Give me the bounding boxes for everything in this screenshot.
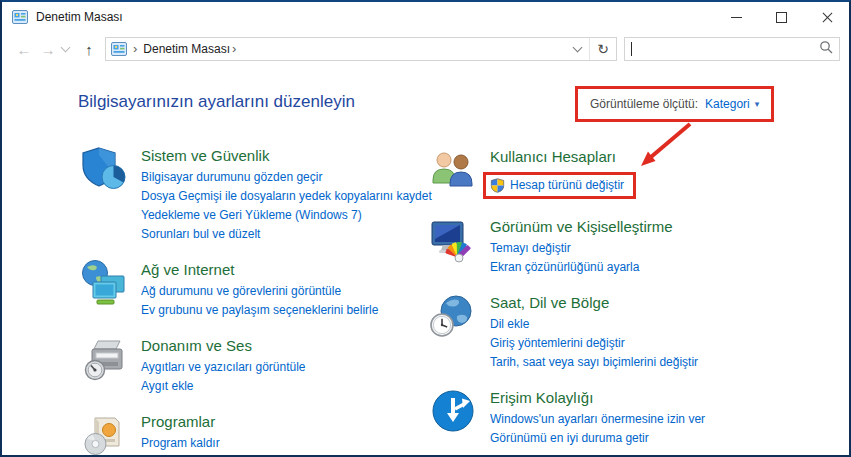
category-ease-of-access: Erişim Kolaylığı Windows'un ayarları öne… bbox=[429, 387, 809, 450]
category-clock-language-region: Saat, Dil ve Bölge Dil ekle Giriş yöntem… bbox=[429, 292, 809, 374]
control-panel-home: Bilgisayarınızın ayarlarını düzenleyin G… bbox=[2, 68, 849, 455]
printer-gauge-icon[interactable] bbox=[80, 335, 128, 383]
view-by-dropdown[interactable]: Kategori ▾ bbox=[705, 97, 759, 111]
category-title-ease-of-access[interactable]: Erişim Kolaylığı bbox=[490, 388, 809, 407]
chevron-down-icon bbox=[572, 43, 582, 53]
annotation-box-view-by: Görüntüleme ölçütü: Kategori ▾ bbox=[575, 86, 774, 122]
category-title-user-accounts[interactable]: Kullanıcı Hesapları bbox=[490, 147, 809, 166]
accessibility-icon[interactable] bbox=[429, 387, 477, 435]
window-controls bbox=[714, 2, 849, 32]
monitor-colors-icon[interactable] bbox=[429, 216, 477, 264]
category-title-network-internet[interactable]: Ağ ve Internet bbox=[141, 260, 443, 279]
category-title-system-security[interactable]: Sistem ve Güvenlik bbox=[141, 146, 443, 165]
software-box-icon[interactable] bbox=[80, 411, 128, 457]
link-let-windows-suggest-settings[interactable]: Windows'un ayarları önermesine izin ver bbox=[490, 412, 809, 427]
globe-monitors-icon[interactable] bbox=[80, 259, 128, 307]
link-optimize-visual-display[interactable]: Görünümü en iyi duruma getir bbox=[490, 431, 809, 446]
view-by-value: Kategori bbox=[705, 97, 750, 111]
breadcrumb-chevron-icon[interactable]: › bbox=[133, 41, 137, 56]
category-title-hardware-sound[interactable]: Donanım ve Ses bbox=[141, 336, 443, 355]
breadcrumb-control-panel-icon bbox=[111, 41, 127, 57]
category-title-programs[interactable]: Programlar bbox=[141, 412, 443, 431]
dropdown-triangle-icon: ▾ bbox=[755, 99, 760, 109]
link-homegroup-sharing[interactable]: Ev grubunu ve paylaşım seçeneklerini bel… bbox=[141, 303, 443, 318]
control-panel-app-icon bbox=[12, 9, 28, 25]
address-dropdown-button[interactable] bbox=[565, 38, 589, 60]
up-icon[interactable]: ↑ bbox=[77, 41, 101, 58]
category-system-security: Sistem ve Güvenlik Bilgisayar durumunu g… bbox=[80, 145, 446, 246]
control-panel-window: Denetim Masası ← → ↑ › Den bbox=[0, 0, 851, 457]
link-troubleshoot[interactable]: Sorunları bul ve düzelt bbox=[141, 227, 443, 242]
address-bar[interactable]: › Denetim Masası › ↻ bbox=[105, 37, 617, 61]
link-file-history-backup[interactable]: Dosya Geçmişi ile dosyaların yedek kopya… bbox=[141, 189, 443, 204]
refresh-button[interactable]: ↻ bbox=[589, 38, 616, 60]
category-user-accounts: Kullanıcı Hesapları bbox=[429, 146, 809, 203]
link-adjust-screen-resolution[interactable]: Ekran çözünürlüğünü ayarla bbox=[490, 260, 809, 275]
category-appearance-personalization: Görünüm ve Kişiselleştirme Temayı değişt… bbox=[429, 216, 809, 279]
back-icon[interactable]: ← bbox=[12, 41, 36, 58]
navigation-bar: ← → ↑ › Denetim Masası › ↻ bbox=[2, 32, 849, 66]
page-title: Bilgisayarınızın ayarlarını düzenleyin bbox=[78, 92, 355, 112]
category-title-clock-language-region[interactable]: Saat, Dil ve Bölge bbox=[490, 293, 809, 312]
category-title-appearance-personalization[interactable]: Görünüm ve Kişiselleştirme bbox=[490, 217, 809, 236]
shield-pie-icon[interactable] bbox=[80, 145, 128, 193]
link-uninstall-program[interactable]: Program kaldır bbox=[141, 436, 443, 451]
minimize-button[interactable] bbox=[714, 2, 759, 32]
link-add-language[interactable]: Dil ekle bbox=[490, 317, 809, 332]
category-programs: Programlar Program kaldır bbox=[80, 411, 446, 457]
address-bar-controls: ↻ bbox=[565, 38, 616, 60]
uac-shield-icon bbox=[490, 178, 505, 193]
link-change-theme[interactable]: Temayı değiştir bbox=[490, 241, 809, 256]
link-add-device[interactable]: Aygıt ekle bbox=[141, 379, 443, 394]
forward-icon[interactable]: → bbox=[36, 41, 60, 58]
category-column-right: Kullanıcı Hesapları bbox=[429, 146, 809, 457]
category-hardware-sound: Donanım ve Ses Aygıtları ve yazıcıları g… bbox=[80, 335, 446, 398]
link-review-computer-status[interactable]: Bilgisayar durumunu gözden geçir bbox=[141, 170, 443, 185]
view-by-label: Görüntüleme ölçütü: bbox=[590, 97, 698, 111]
link-change-account-type-label: Hesap türünü değiştir bbox=[510, 178, 624, 193]
window-title: Denetim Masası bbox=[36, 10, 123, 24]
minimize-icon bbox=[731, 17, 742, 18]
search-icon[interactable] bbox=[819, 40, 833, 58]
link-view-devices-printers[interactable]: Aygıtları ve yazıcıları görüntüle bbox=[141, 360, 443, 375]
text-caret bbox=[631, 42, 632, 56]
category-network-internet: Ağ ve Internet Ağ durumunu ve görevlerin… bbox=[80, 259, 446, 322]
category-column-left: Sistem ve Güvenlik Bilgisayar durumunu g… bbox=[80, 145, 446, 457]
link-change-date-time-number-formats[interactable]: Tarih, saat veya sayı biçimlerini değişt… bbox=[490, 355, 809, 370]
maximize-button[interactable] bbox=[759, 2, 804, 32]
link-change-account-type[interactable]: Hesap türünü değiştir bbox=[483, 172, 636, 199]
close-button[interactable] bbox=[804, 2, 849, 32]
two-users-icon[interactable] bbox=[429, 146, 477, 194]
search-input[interactable] bbox=[624, 37, 840, 61]
link-change-input-methods[interactable]: Giriş yöntemlerini değiştir bbox=[490, 336, 809, 351]
breadcrumb-chevron-icon-2[interactable]: › bbox=[232, 41, 236, 56]
recent-locations-dropdown-icon[interactable] bbox=[61, 43, 71, 53]
link-view-network-status[interactable]: Ağ durumunu ve görevlerini görüntüle bbox=[141, 284, 443, 299]
link-backup-restore-windows7[interactable]: Yedekleme ve Geri Yükleme (Windows 7) bbox=[141, 208, 443, 223]
globe-clock-icon[interactable] bbox=[429, 292, 477, 340]
maximize-icon bbox=[776, 12, 787, 23]
breadcrumb-item-control-panel[interactable]: Denetim Masası bbox=[143, 42, 230, 56]
close-icon bbox=[821, 11, 833, 23]
title-bar: Denetim Masası bbox=[2, 2, 849, 32]
